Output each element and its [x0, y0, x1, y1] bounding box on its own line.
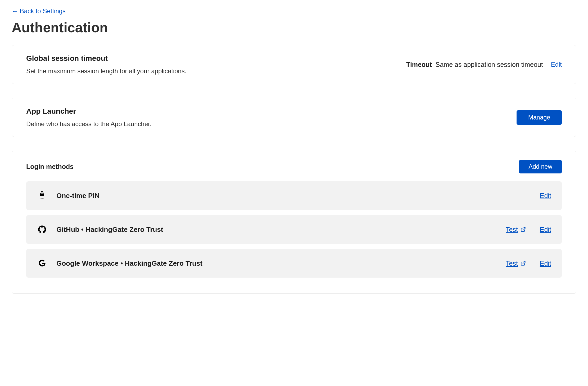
action-divider: [533, 224, 533, 235]
login-method-name: GitHub • HackingGate Zero Trust: [56, 226, 506, 234]
login-method-name: One-time PIN: [56, 192, 540, 200]
login-method-row: GitHub • HackingGate Zero TrustTest Edit: [26, 215, 562, 244]
login-method-actions: Test Edit: [506, 224, 551, 235]
session-timeout-desc: Set the maximum session length for all y…: [26, 67, 396, 75]
github-icon: [37, 226, 47, 233]
test-link[interactable]: Test: [506, 260, 526, 267]
pin-icon: ••••: [37, 191, 47, 200]
app-launcher-title: App Launcher: [26, 107, 506, 116]
login-method-row: Google Workspace • HackingGate Zero Trus…: [26, 249, 562, 278]
manage-button[interactable]: Manage: [517, 110, 562, 125]
login-method-row: •••• One-time PINEdit: [26, 181, 562, 210]
timeout-value: Same as application session timeout: [436, 61, 543, 68]
app-launcher-card: App Launcher Define who has access to th…: [12, 98, 576, 137]
google-icon: [37, 260, 47, 267]
add-new-button[interactable]: Add new: [519, 160, 562, 173]
svg-line-1: [523, 261, 525, 264]
login-methods-card: Login methods Add new •••• One-time PINE…: [12, 151, 576, 294]
session-timeout-title: Global session timeout: [26, 54, 396, 63]
edit-method-link[interactable]: Edit: [540, 260, 551, 267]
edit-method-link[interactable]: Edit: [540, 192, 551, 200]
session-timeout-card: Global session timeout Set the maximum s…: [12, 45, 576, 84]
back-to-settings-link[interactable]: ← Back to Settings: [12, 7, 66, 15]
page-title: Authentication: [12, 20, 576, 35]
login-method-actions: Edit: [540, 192, 551, 200]
login-method-name: Google Workspace • HackingGate Zero Trus…: [56, 259, 506, 268]
test-link[interactable]: Test: [506, 226, 526, 233]
timeout-info: Timeout Same as application session time…: [406, 61, 562, 68]
app-launcher-desc: Define who has access to the App Launche…: [26, 120, 506, 128]
login-methods-title: Login methods: [26, 163, 74, 171]
action-divider: [533, 258, 533, 269]
edit-method-link[interactable]: Edit: [540, 226, 551, 233]
svg-line-0: [523, 228, 525, 230]
login-method-actions: Test Edit: [506, 258, 551, 269]
edit-timeout-link[interactable]: Edit: [551, 61, 562, 68]
timeout-label: Timeout: [406, 61, 432, 68]
